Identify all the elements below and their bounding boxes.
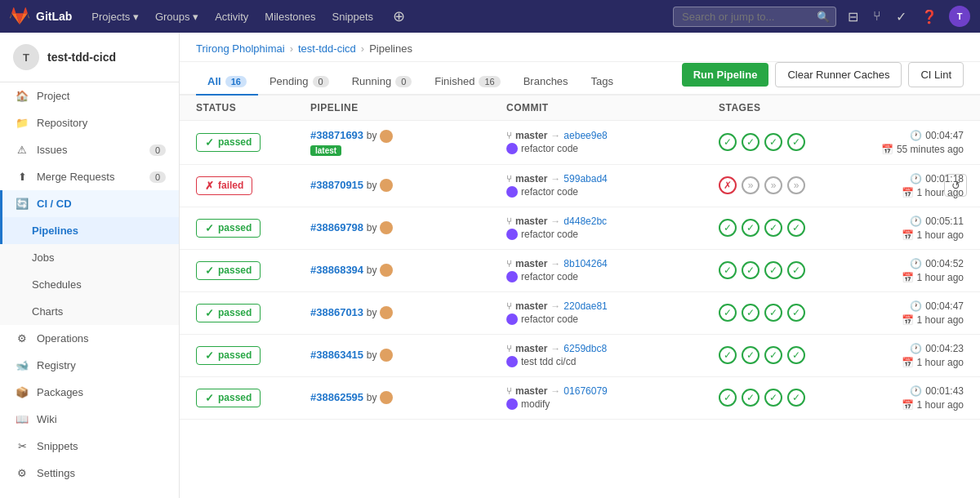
pipeline-number[interactable]: #38869798 (310, 221, 363, 233)
commit-hash[interactable]: 8b104264 (564, 258, 607, 269)
tab-running[interactable]: Running 0 (341, 69, 424, 96)
stage-2[interactable]: ✓ (742, 346, 760, 364)
sidebar-item-label: Issues (37, 144, 68, 156)
stage-2[interactable]: ✓ (742, 133, 760, 151)
stage-2[interactable]: » (742, 176, 760, 194)
sidebar-item-registry[interactable]: 🐋 Registry (0, 352, 179, 379)
merge-requests-badge: 0 (149, 171, 166, 183)
sidebar-item-project[interactable]: 🏠 Project (0, 82, 179, 109)
clear-runner-caches-button[interactable]: Clear Runner Caches (775, 62, 902, 87)
user-avatar[interactable]: T (949, 6, 970, 27)
sidebar-item-pipelines[interactable]: Pipelines (0, 217, 179, 244)
pipeline-number[interactable]: #38870915 (310, 179, 363, 191)
sidebar-item-snippets[interactable]: ✂ Snippets (0, 433, 179, 460)
stage-2[interactable]: ✓ (742, 261, 760, 279)
stage-1[interactable]: ✓ (719, 219, 737, 237)
sidebar-item-merge-requests[interactable]: ⬆ Merge Requests 0 (0, 163, 179, 190)
topnav-activity[interactable]: Activity (208, 7, 255, 26)
topnav-plus-icon[interactable]: ⊕ (390, 4, 408, 29)
stage-3[interactable]: ✓ (764, 304, 782, 322)
run-pipeline-button[interactable]: Run Pipeline (682, 63, 769, 87)
stage-3[interactable]: ✓ (764, 219, 782, 237)
breadcrumb-project[interactable]: test-tdd-cicd (298, 42, 356, 55)
tab-pending[interactable]: Pending 0 (258, 69, 341, 96)
stage-2[interactable]: ✓ (742, 304, 760, 322)
stage-4[interactable]: » (787, 176, 805, 194)
stage-2[interactable]: ✓ (742, 389, 760, 407)
stage-3[interactable]: » (764, 176, 782, 194)
sidebar-item-repository[interactable]: 📁 Repository (0, 109, 179, 136)
commit-hash[interactable]: 220dae81 (564, 300, 607, 312)
commit-hash[interactable]: aebee9e8 (564, 130, 607, 141)
stage-1[interactable]: ✓ (719, 389, 737, 407)
stage-4[interactable]: ✓ (787, 261, 805, 279)
stage-1[interactable]: ✗ (719, 176, 737, 194)
stage-4[interactable]: ✓ (787, 133, 805, 151)
retry-button[interactable]: ↺ (944, 174, 967, 197)
pipeline-number[interactable]: #38862595 (310, 391, 363, 403)
stage-2[interactable]: ✓ (742, 219, 760, 237)
tab-branches[interactable]: Branches (512, 69, 580, 96)
stage-4[interactable]: ✓ (787, 346, 805, 364)
gitlab-logo[interactable]: GitLab (10, 7, 72, 26)
search-input[interactable] (673, 7, 836, 27)
sidebar-item-schedules[interactable]: Schedules (0, 271, 179, 298)
commit-hash[interactable]: 6259dbc8 (564, 343, 607, 354)
stage-3[interactable]: ✓ (764, 261, 782, 279)
commit-message: refactor code (521, 271, 578, 282)
layout-icon[interactable]: ⊟ (844, 6, 862, 28)
tab-running-count: 0 (395, 76, 412, 87)
pipeline-number[interactable]: #38871693 (310, 129, 363, 141)
topnav-snippets[interactable]: Snippets (325, 7, 380, 26)
user-avatar-sm (380, 306, 393, 319)
row-time: 🕐00:04:47 📅55 minutes ago (817, 130, 964, 155)
stage-3[interactable]: ✓ (764, 346, 782, 364)
tab-finished[interactable]: Finished 16 (423, 69, 511, 96)
sidebar-item-charts[interactable]: Charts (0, 298, 179, 325)
stage-1[interactable]: ✓ (719, 304, 737, 322)
help-icon[interactable]: ❓ (918, 6, 941, 28)
status-badge: ✓ passed (196, 219, 261, 238)
duration: 00:04:52 (925, 258, 964, 269)
topnav-projects[interactable]: Projects ▾ (85, 7, 145, 26)
stage-4[interactable]: ✓ (787, 219, 805, 237)
sidebar-cicd-submenu: Pipelines Jobs Schedules Charts (0, 217, 179, 325)
topnav-milestones[interactable]: Milestones (258, 7, 322, 26)
project-header[interactable]: T test-tdd-cicd (0, 33, 179, 82)
stage-1[interactable]: ✓ (719, 261, 737, 279)
merge-icon[interactable]: ⑂ (870, 6, 884, 27)
sidebar-item-packages[interactable]: 📦 Packages (0, 379, 179, 406)
commit-hash[interactable]: 599abad4 (564, 173, 607, 185)
project-name: test-tdd-cicd (47, 51, 116, 64)
sidebar-item-settings[interactable]: ⚙ Settings (0, 460, 179, 487)
breadcrumb-user[interactable]: Trirong Pholphimai (196, 42, 285, 55)
sidebar-item-cicd[interactable]: 🔄 CI / CD (0, 190, 179, 217)
sidebar-item-wiki[interactable]: 📖 Wiki (0, 406, 179, 433)
commit-hash[interactable]: 01676079 (564, 385, 607, 397)
tab-all[interactable]: All 16 (196, 69, 258, 96)
sidebar-item-issues[interactable]: ⚠ Issues 0 (0, 136, 179, 163)
stage-3[interactable]: ✓ (764, 133, 782, 151)
ci-lint-button[interactable]: CI Lint (908, 62, 964, 87)
pipeline-number[interactable]: #38868394 (310, 264, 363, 276)
sidebar-item-jobs[interactable]: Jobs (0, 244, 179, 271)
todo-icon[interactable]: ✓ (893, 6, 910, 28)
pipeline-number[interactable]: #38863415 (310, 349, 363, 361)
clock-icon: 🕐 (910, 216, 922, 227)
stage-4[interactable]: ✓ (787, 389, 805, 407)
stage-1[interactable]: ✓ (719, 346, 737, 364)
row-time: 🕐00:04:47 📅1 hour ago (817, 300, 964, 326)
row-stages: ✓ ✓ ✓ ✓ (719, 389, 817, 407)
tab-tags[interactable]: Tags (580, 69, 625, 96)
stage-4[interactable]: ✓ (787, 304, 805, 322)
commit-hash[interactable]: d448e2bc (564, 216, 607, 227)
topnav-groups[interactable]: Groups ▾ (149, 7, 205, 26)
commit-message: modify (521, 398, 550, 410)
tab-tags-label: Tags (591, 75, 613, 87)
stage-3[interactable]: ✓ (764, 389, 782, 407)
wiki-icon: 📖 (16, 413, 29, 425)
sidebar-item-operations[interactable]: ⚙ Operations (0, 325, 179, 352)
tab-all-count: 16 (225, 76, 247, 87)
stage-1[interactable]: ✓ (719, 133, 737, 151)
pipeline-number[interactable]: #38867013 (310, 306, 363, 318)
